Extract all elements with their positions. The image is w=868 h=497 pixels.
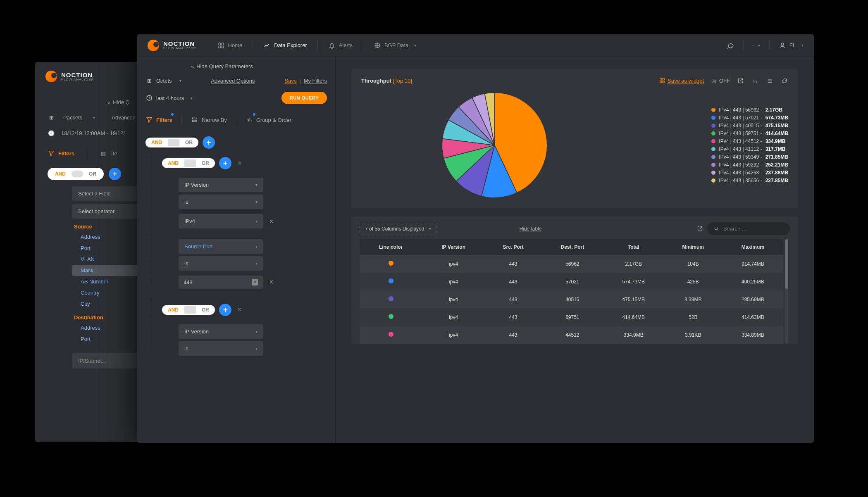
scrollbar[interactable] [785,239,788,344]
chart-icon [263,42,271,49]
legend-item[interactable]: IPv4 | 443 | 54263 - 237.88MB [711,170,788,176]
content-area: Throughput [Top 10] Save as widget %: OF… [336,57,814,443]
column-header[interactable]: IP Version [422,239,485,255]
search-input[interactable] [707,222,790,235]
popout-icon[interactable] [697,226,703,232]
value-input-443[interactable]: 443 × [179,276,263,289]
query-sidebar: «Hide Query Parameters ⊞ Octets▾ Advance… [137,57,336,443]
percent-toggle[interactable]: %: OFF [711,78,730,84]
save-as-widget-link[interactable]: Save as widget [659,78,704,84]
globe-icon [374,42,381,49]
column-header[interactable]: Line color [360,239,422,255]
svg-point-5 [781,43,784,45]
column-header[interactable]: Src. Port [485,239,541,255]
and-or-toggle[interactable]: ANDOR [162,305,215,315]
settings-icon[interactable]: ▾ [753,42,760,49]
filters-tab[interactable]: Filters [145,116,172,124]
timerange-select[interactable]: last 4 hours▾ [145,94,193,102]
remove-condition-button[interactable]: × [267,218,275,225]
column-header[interactable]: Minimum [664,239,723,255]
table-row[interactable]: ipv444344512334.9MB3.91KB334.89MB [360,326,783,344]
logo-icon [45,71,57,82]
table-row[interactable]: ipv444357021574.73MB425B400.25MB [360,273,783,290]
bars-icon[interactable] [751,77,758,84]
group-icon [246,116,253,124]
run-query-button[interactable]: RUN QUERY [281,92,327,104]
columns-selector[interactable]: 7 of 55 Columns Displayed▾ [360,223,436,235]
add-group-button[interactable]: + [203,136,215,149]
filters-tab[interactable]: Filters [48,150,74,157]
save-link[interactable]: Save [284,78,297,84]
logo: NOCTION FLOW ANALYZER [148,40,196,51]
octets-select[interactable]: ⊞ Octets▾ [145,77,181,84]
operator-select-is[interactable]: is▾ [179,195,263,209]
operator-select-is[interactable]: is▾ [179,341,263,356]
brand-sub: FLOW ANALYZER [61,78,94,81]
operator-select-is[interactable]: is▾ [179,256,263,271]
group-order-tab[interactable]: Group & Order [246,116,291,124]
my-filters-link[interactable]: My Filters [304,78,327,84]
grid-icon [217,42,225,49]
widget-icon [659,78,665,83]
chat-icon[interactable] [727,42,734,49]
search-icon [714,226,719,232]
filter-icon [48,150,55,157]
packets-select[interactable]: Packets [63,114,82,121]
add-condition-button[interactable]: + [219,304,231,316]
nav-data-explorer[interactable]: Data Explorer [257,38,313,52]
front-window: NOCTION FLOW ANALYZER Home Data Explorer [137,34,814,443]
legend-item[interactable]: IPv4 | 443 | 35656 - 227.85MB [711,178,788,183]
popout-icon[interactable] [737,78,744,84]
field-select-source-port[interactable]: Source Port▾ [179,239,263,254]
throughput-card: Throughput [Top 10] Save as widget %: OF… [351,69,798,208]
field-select-ip-version[interactable]: IP Version▾ [179,178,263,192]
list-icon[interactable] [766,77,773,84]
user-menu[interactable]: FL▾ [779,42,804,49]
clear-icon[interactable]: × [252,279,258,285]
add-condition-button[interactable]: + [219,157,231,169]
legend-item[interactable]: IPv4 | 443 | 44512 - 334.9MB [711,138,788,144]
column-header[interactable]: Dest. Port [541,239,603,255]
user-icon [779,42,786,49]
remove-group-button[interactable]: × [236,306,243,314]
logo: NOCTION FLOW ANALYZER [45,71,94,82]
value-select-ipv4[interactable]: IPv4▾ [179,214,263,228]
svg-point-13 [715,227,717,229]
legend-item[interactable]: IPv4 | 443 | 59232 - 252.21MB [711,162,788,168]
legend-item[interactable]: IPv4 | 443 | 56962 - 2.17GB [711,107,788,113]
table-card: 7 of 55 Columns Displayed▾ Hide table [351,216,798,344]
chart-title: Throughput [Top 10] [361,78,412,84]
legend-item[interactable]: IPv4 | 443 | 57021 - 574.73MB [711,115,788,121]
nav-alerts[interactable]: Alerts [322,38,359,52]
and-or-toggle[interactable]: ANDOR [145,138,198,147]
nav-home[interactable]: Home [211,38,249,52]
table-row[interactable]: ipv4443569622.17GB104B914.74MB [360,255,783,273]
and-or-toggle[interactable]: ANDOR [162,158,215,168]
table-row[interactable]: ipv444340515475.15MB3.39MB285.69MB [360,290,783,308]
svg-rect-2 [219,46,221,48]
table-row[interactable]: ipv444359751414.64MB52B414.63MB [360,308,783,326]
narrow-by-tab[interactable]: Narrow By [191,116,227,124]
column-header[interactable]: Total [603,239,664,255]
bell-icon [328,42,336,49]
field-select-ip-version[interactable]: IP Version▾ [179,324,263,339]
and-or-pill[interactable]: AND OR [48,168,104,180]
advanced-link[interactable]: Advanced [112,114,136,121]
legend-item[interactable]: IPv4 | 443 | 59751 - 414.64MB [711,131,788,136]
remove-group-button[interactable]: × [236,159,243,167]
legend-item[interactable]: IPv4 | 443 | 40515 - 475.15MB [711,123,788,128]
advanced-options-link[interactable]: Advanced Options [211,78,255,84]
de-tab[interactable]: ▥ De [100,150,117,157]
svg-rect-12 [663,78,664,80]
remove-condition-button[interactable]: × [267,278,275,286]
column-header[interactable]: Maximum [723,239,783,255]
legend-item[interactable]: IPv4 | 443 | 41112 - 317.7MB [711,146,788,152]
refresh-icon[interactable] [781,77,788,84]
hide-query-button[interactable]: «Hide Query Parameters [191,63,327,69]
hide-table-link[interactable]: Hide table [519,226,541,232]
legend-item[interactable]: IPv4 | 443 | 59349 - 271.85MB [711,154,788,160]
svg-rect-7 [193,118,197,119]
nav-bgp[interactable]: BGP Data▾ [367,38,423,52]
add-condition-button[interactable]: + [109,168,121,180]
filter-icon [145,116,153,124]
